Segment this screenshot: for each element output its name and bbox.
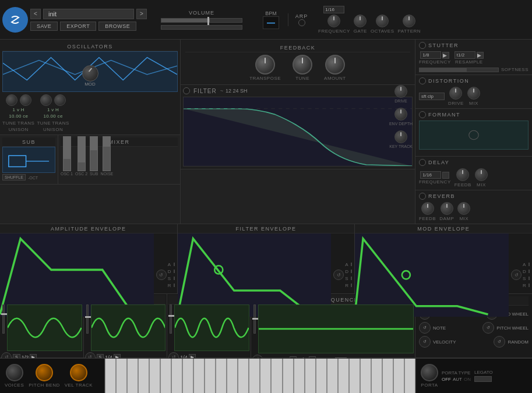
white-key[interactable] <box>382 359 393 393</box>
random-button[interactable]: ↺ <box>494 336 505 348</box>
mixer-noise-bar[interactable] <box>103 136 111 171</box>
filter-env-sustain-slider[interactable] <box>351 277 352 280</box>
export-button[interactable]: EXPORT <box>60 22 96 31</box>
mixer-sub-bar[interactable] <box>90 136 98 171</box>
white-key[interactable] <box>171 359 182 393</box>
arp-pattern-knob[interactable] <box>403 15 415 27</box>
pitch-bend-knob[interactable] <box>36 364 53 381</box>
osc2-tune-knob[interactable] <box>40 94 52 106</box>
white-key[interactable] <box>193 359 205 393</box>
prev-preset-button[interactable]: < <box>30 9 41 19</box>
mod-env-sustain-slider[interactable] <box>529 277 530 280</box>
arp-frequency-knob[interactable] <box>327 15 340 27</box>
porta-off-option[interactable]: OFF <box>442 377 451 382</box>
reverb-power-button[interactable] <box>419 193 426 200</box>
white-key[interactable] <box>249 359 260 393</box>
stutter-resample-arrow[interactable]: ▶ <box>477 52 484 59</box>
distortion-type-dropdown[interactable]: sft clp <box>419 93 445 100</box>
stutter-freq-arrow[interactable]: ▶ <box>442 52 449 59</box>
feedback-tune-knob[interactable] <box>293 55 312 75</box>
velocity-button[interactable]: ↺ <box>419 336 431 348</box>
white-key[interactable] <box>360 359 371 393</box>
porta-aut-option[interactable]: AUT <box>453 377 462 382</box>
feedback-transpose-knob[interactable] <box>255 55 275 75</box>
arp-rate-dropdown[interactable]: 1/16 <box>323 6 344 13</box>
white-key[interactable] <box>327 359 338 393</box>
preset-name-display[interactable]: init <box>43 9 134 19</box>
white-key[interactable] <box>227 359 238 393</box>
white-key[interactable] <box>316 359 327 393</box>
step-seq-level-slider[interactable] <box>253 305 256 334</box>
note-button[interactable]: ↺ <box>419 322 431 334</box>
stutter-power-button[interactable] <box>419 42 426 49</box>
filter-drive-knob[interactable] <box>394 85 407 98</box>
browse-button[interactable]: BROWSE <box>98 22 136 31</box>
pitch-wheel-button[interactable]: ↺ <box>482 322 494 334</box>
poly-lfo-rate-slider[interactable] <box>170 305 172 334</box>
feedback-amount-knob[interactable] <box>325 55 345 75</box>
porta-knob[interactable] <box>421 364 438 381</box>
white-key[interactable] <box>105 359 116 393</box>
amp-env-sustain-slider[interactable] <box>174 277 175 280</box>
distortion-power-button[interactable] <box>419 77 426 84</box>
stutter-freq-dropdown[interactable]: 1/8 <box>420 51 441 59</box>
white-key[interactable] <box>283 359 294 393</box>
white-key[interactable] <box>338 359 349 393</box>
arp-power-button[interactable] <box>298 19 305 26</box>
mixer-osc1-bar[interactable] <box>63 136 71 171</box>
reverb-mix-knob[interactable] <box>457 202 470 215</box>
mod-env-reset-button[interactable]: ↺ <box>511 270 522 280</box>
white-key[interactable] <box>349 359 360 393</box>
white-key[interactable] <box>138 359 149 393</box>
white-key[interactable] <box>182 359 193 393</box>
mixer-osc2-bar[interactable] <box>77 136 86 171</box>
delay-power-button[interactable] <box>419 159 426 166</box>
white-key[interactable] <box>216 359 227 393</box>
distortion-mix-knob[interactable] <box>467 87 480 100</box>
osc1-tune-knob[interactable] <box>6 94 17 106</box>
arp-octaves-knob[interactable] <box>376 15 389 27</box>
amp-env-reset-button[interactable]: ↺ <box>156 270 167 280</box>
white-key[interactable] <box>271 359 282 393</box>
delay-freq-dropdown[interactable]: 1/16 <box>420 171 441 179</box>
reverb-damp-knob[interactable] <box>441 202 453 215</box>
filter-env-attack-slider[interactable] <box>351 263 352 266</box>
delay-freq-arrow[interactable] <box>442 172 449 179</box>
lfo2-rate-slider[interactable] <box>86 305 89 334</box>
osc1-trans-knob[interactable] <box>20 94 31 106</box>
delay-feedb-knob[interactable] <box>456 168 469 181</box>
bpm-display[interactable]: — <box>263 16 279 29</box>
white-key[interactable] <box>371 359 382 393</box>
white-key[interactable] <box>260 359 271 393</box>
white-key[interactable] <box>127 359 138 393</box>
filter-env-release-slider[interactable] <box>351 284 352 287</box>
white-key[interactable] <box>205 359 216 393</box>
softness-slider[interactable] <box>419 68 499 72</box>
filter-env-reset-button[interactable]: ↺ <box>333 270 344 280</box>
osc-mod-knob[interactable] <box>82 65 98 82</box>
mod-env-attack-slider[interactable] <box>529 263 530 266</box>
amp-env-attack-slider[interactable] <box>174 263 175 266</box>
next-preset-button[interactable]: > <box>136 9 147 19</box>
volume-slider2[interactable] <box>161 25 242 30</box>
reverb-feedb-knob[interactable] <box>421 202 434 215</box>
white-key[interactable] <box>393 359 404 393</box>
white-key[interactable] <box>160 359 171 393</box>
porta-on-option[interactable]: ON <box>464 377 471 382</box>
mod-env-decay-slider[interactable] <box>529 270 530 273</box>
piano-keys[interactable] <box>105 359 415 393</box>
arp-gate-knob[interactable] <box>354 15 367 27</box>
white-key[interactable] <box>294 359 305 393</box>
formant-power-button[interactable] <box>419 111 426 118</box>
lfo1-rate-slider[interactable] <box>2 305 5 334</box>
distortion-drive-knob[interactable] <box>449 87 462 100</box>
filter-power-button[interactable] <box>183 87 190 94</box>
save-button[interactable]: SAVE <box>30 22 58 31</box>
amp-env-decay-slider[interactable] <box>174 270 175 273</box>
white-key[interactable] <box>305 359 316 393</box>
filter-env-depth-knob[interactable] <box>394 108 407 121</box>
legato-toggle[interactable] <box>474 376 492 382</box>
amp-env-release-slider[interactable] <box>174 284 175 287</box>
voices-knob[interactable] <box>6 364 23 381</box>
volume-slider[interactable] <box>161 18 242 23</box>
